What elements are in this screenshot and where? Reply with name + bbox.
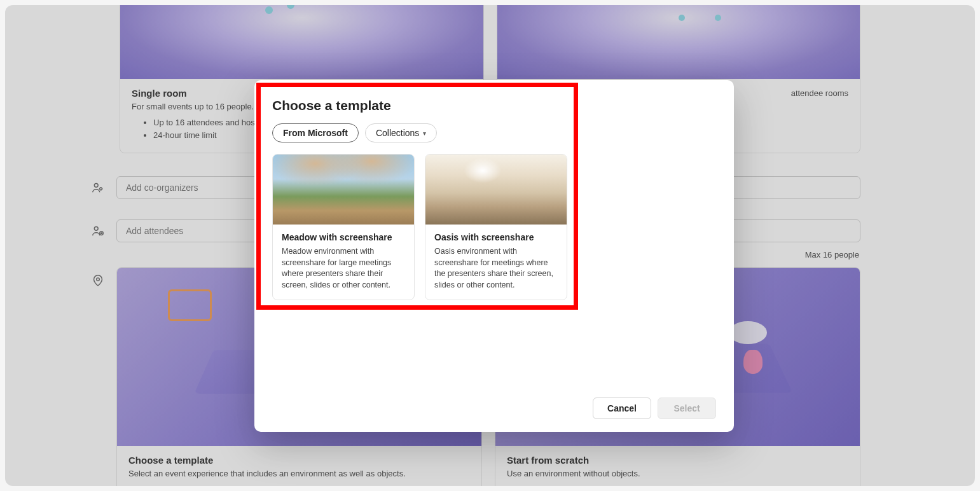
- select-button[interactable]: Select: [658, 398, 716, 419]
- tab-collections-label: Collections: [376, 128, 419, 138]
- template-title-oasis: Oasis with screenshare: [434, 232, 558, 242]
- template-card-meadow[interactable]: Meadow with screenshare Meadow environme…: [272, 154, 415, 300]
- choose-template-modal: Choose a template From Microsoft Collect…: [254, 80, 734, 432]
- meadow-thumbnail: [273, 155, 414, 225]
- tab-collections[interactable]: Collections ▾: [365, 123, 437, 142]
- tab-from-microsoft[interactable]: From Microsoft: [272, 123, 359, 142]
- cancel-button[interactable]: Cancel: [593, 398, 651, 419]
- template-title-meadow: Meadow with screenshare: [282, 232, 405, 242]
- modal-title: Choose a template: [272, 98, 716, 113]
- oasis-thumbnail: [425, 155, 567, 225]
- template-card-oasis[interactable]: Oasis with screenshare Oasis environment…: [425, 154, 567, 300]
- chevron-down-icon: ▾: [423, 130, 426, 137]
- template-desc-meadow: Meadow environment with screenshare for …: [282, 246, 405, 291]
- template-desc-oasis: Oasis environment with screenshare for m…: [434, 246, 558, 291]
